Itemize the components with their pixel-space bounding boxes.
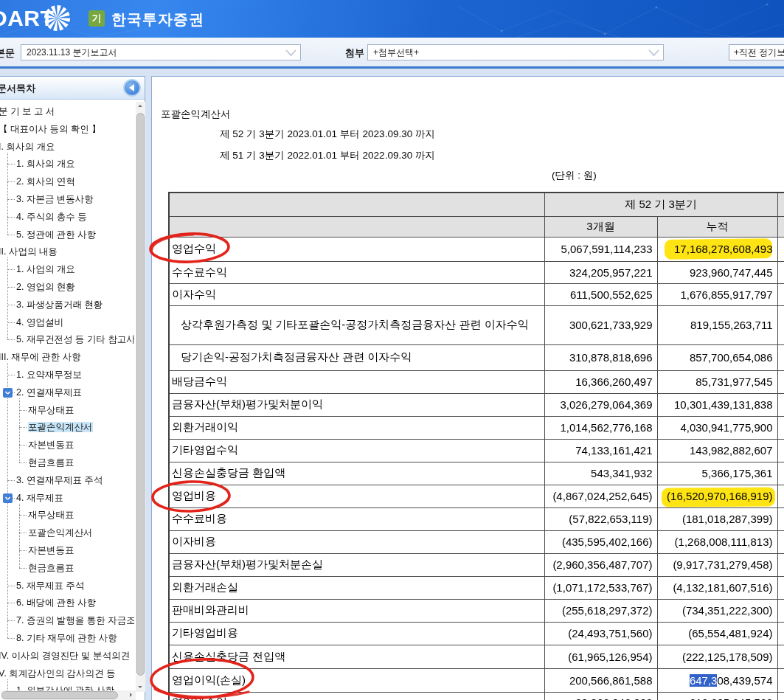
sidebar-vertical-scrollbar[interactable] xyxy=(136,102,145,692)
tree-item-label: 현금흐름표 xyxy=(28,457,74,468)
tree-guide xyxy=(7,153,8,235)
tree-guide xyxy=(19,515,27,516)
tree-item[interactable]: 3. 자본금 변동사항 xyxy=(0,190,134,208)
value-cum: 923,960,747,445 xyxy=(657,261,777,283)
tree-item[interactable]: 5. 재무제표 주석 xyxy=(0,577,134,595)
period-line-1: 제 52 기 3분기 2023.01.01 부터 2023.09.30 까지 xyxy=(220,128,435,141)
sidebar-collapse-button[interactable] xyxy=(123,79,141,97)
table-row: 기타영업수익 74,133,161,421 143,982,882,607 xyxy=(169,439,784,462)
tree-item[interactable]: 1. 회사의 개요 xyxy=(0,155,134,173)
period-header-cell: 제 52 기 3분기 xyxy=(544,193,777,216)
value-3m: 300,621,733,929 xyxy=(544,305,657,344)
tree-item[interactable]: IV. 이사의 경영진단 및 분석의견 xyxy=(0,647,134,665)
tree-item[interactable]: III. 재무에 관한 사항 xyxy=(0,348,134,366)
value-3m: (24,493,751,560) xyxy=(544,622,657,645)
tree-item[interactable]: 2. 회사의 연혁 xyxy=(0,173,134,190)
row-label: 배당금수익 xyxy=(169,370,544,393)
tree-guide xyxy=(7,586,15,586)
tree-item[interactable]: 분 기 보 고 서 xyxy=(0,103,134,120)
next-period-cell xyxy=(777,261,784,283)
row-label: 기타영업수익 xyxy=(169,439,544,462)
tree-item-label: 현금흐름표 xyxy=(28,563,74,573)
sidebar-header: 문서목차 xyxy=(0,77,145,100)
sidebar-horizontal-scrollbar[interactable] xyxy=(1,690,136,700)
tree-item-label: 자본변동표 xyxy=(28,545,74,555)
tree-item[interactable]: 4. 주식의 총수 등 xyxy=(0,208,134,226)
tree-guide xyxy=(7,375,15,375)
row-label: 영업이익(손실) xyxy=(169,668,544,692)
value-3m: 543,341,932 xyxy=(544,462,657,485)
tree-guide xyxy=(19,504,20,568)
scrollbar-thumb[interactable] xyxy=(136,113,145,676)
tree-item[interactable]: 5. 재무건전성 등 기타 참고사항 xyxy=(0,330,134,348)
tree-item-label: III. 재무에 관한 사항 xyxy=(0,352,81,362)
tree-guide xyxy=(7,257,8,339)
tree-item-label: II. 사업의 내용 xyxy=(0,246,58,257)
sidebar-title: 문서목차 xyxy=(0,82,35,95)
attach-select[interactable]: +첨부선택+ xyxy=(367,44,664,60)
tree-item-label: 1. 사업의 개요 xyxy=(16,264,75,274)
tree-item[interactable]: 2. 영업의 현황 xyxy=(0,278,134,296)
tree-guide xyxy=(7,679,8,690)
value-cum: (222,125,178,509) xyxy=(657,645,777,668)
value-3m: (2,960,356,487,707) xyxy=(544,553,657,576)
unit-label: (단위 : 원) xyxy=(552,169,597,182)
tree-guide xyxy=(19,445,27,446)
tree-item[interactable]: 4. 재무제표 xyxy=(0,489,134,507)
report-select[interactable]: 2023.11.13 분기보고서 xyxy=(21,44,301,60)
yellow-highlight-expense xyxy=(662,487,775,507)
tree-item-label: 재무상태표 xyxy=(28,510,74,520)
tree-item[interactable]: 7. 증권의 발행을 통한 자금조달 xyxy=(0,611,134,629)
tree-item[interactable]: V. 회계감사인의 감사의견 등 xyxy=(0,665,134,682)
value-cum: 616,605,645,563 xyxy=(657,692,777,700)
corp-type-badge: 기 xyxy=(89,10,105,27)
chevron-down-icon xyxy=(284,47,298,58)
row-label: 금융자산(부채)평가및처분손실 xyxy=(169,553,544,576)
tree-guide xyxy=(7,269,15,270)
next-period-cell xyxy=(777,393,784,416)
tree-item[interactable]: 【 대표이사 등의 확인 】 xyxy=(0,120,134,138)
tree-item[interactable]: 3. 파생상품거래 현황 xyxy=(0,296,134,313)
tree-item[interactable]: 1. 요약재무정보 xyxy=(0,366,134,384)
tree-item[interactable]: 2. 연결재무제표 xyxy=(0,384,134,401)
next-period-cell xyxy=(777,416,784,439)
tree-guide xyxy=(7,164,15,164)
tree-item[interactable]: 6. 배당에 관한 사항 xyxy=(0,594,134,611)
yellow-highlight-revenue xyxy=(665,238,772,260)
collapse-arrow-icon xyxy=(129,84,134,91)
tree-item[interactable]: 4. 영업설비 xyxy=(0,313,134,331)
company-name: 한국투자증권 xyxy=(111,10,204,30)
next-period-cell xyxy=(777,576,784,599)
tree-item-label: 4. 재무제표 xyxy=(16,493,63,503)
tree-item[interactable]: I. 회사의 개요 xyxy=(0,138,134,156)
tree-item[interactable]: II. 사업의 내용 xyxy=(0,243,134,260)
table-row: 수수료비용 (57,822,653,119) (181,018,287,399) xyxy=(169,507,784,530)
scrollbar-thumb[interactable] xyxy=(1,691,118,699)
tree-item[interactable]: 1. 사업의 개요 xyxy=(0,260,134,278)
value-cum: 5,366,175,361 xyxy=(657,462,777,485)
table-corner-cell xyxy=(169,193,544,216)
row-label: 금융자산(부채)평가및처분이익 xyxy=(169,393,544,416)
tree-guide xyxy=(19,462,27,463)
prev-report-button[interactable]: +직전 정기보고서 xyxy=(729,44,784,60)
tree-item-label: 3. 자본금 변동사항 xyxy=(16,194,94,204)
tree-guide xyxy=(7,235,15,235)
table-row: 외환거래이익 1,014,562,776,168 4,030,941,775,9… xyxy=(169,416,784,439)
value-3m: 20,366,346,963 xyxy=(544,692,657,700)
table-row: 수수료수익 324,205,957,221 923,960,747,445 xyxy=(169,261,784,283)
table-row: 금융자산(부채)평가및처분이익 3,026,279,064,369 10,301… xyxy=(169,393,784,416)
period-line-2: 제 51 기 3분기 2022.01.01 부터 2022.09.30 까지 xyxy=(220,149,435,162)
value-3m: (255,618,297,372) xyxy=(544,599,657,622)
tree-item[interactable]: 8. 기타 재무에 관한 사항 xyxy=(0,629,134,647)
col-header-3m: 3개월 xyxy=(544,216,657,237)
row-label: 신용손실충당금 전입액 xyxy=(169,645,544,668)
tree-item[interactable]: 3. 연결재무제표 주석 xyxy=(0,471,134,489)
value-3m: 74,133,161,421 xyxy=(544,439,657,462)
tree-guide xyxy=(19,427,27,428)
table-row: 외환거래손실 (1,071,172,533,767) (4,132,181,60… xyxy=(169,576,784,599)
table-row: 상각후원가측정 및 기타포괄손익-공정가치측정금융자산 관련 이자수익 300,… xyxy=(169,305,784,344)
value-3m: 3,026,279,064,369 xyxy=(544,393,657,416)
tree-item[interactable]: 5. 정관에 관한 사항 xyxy=(0,226,134,243)
tree-item-label: IV. 이사의 경영진단 및 분석의견 xyxy=(0,651,130,661)
table-row: 당기손익-공정가치측정금융자산 관련 이자수익 310,878,818,696 … xyxy=(169,344,784,370)
